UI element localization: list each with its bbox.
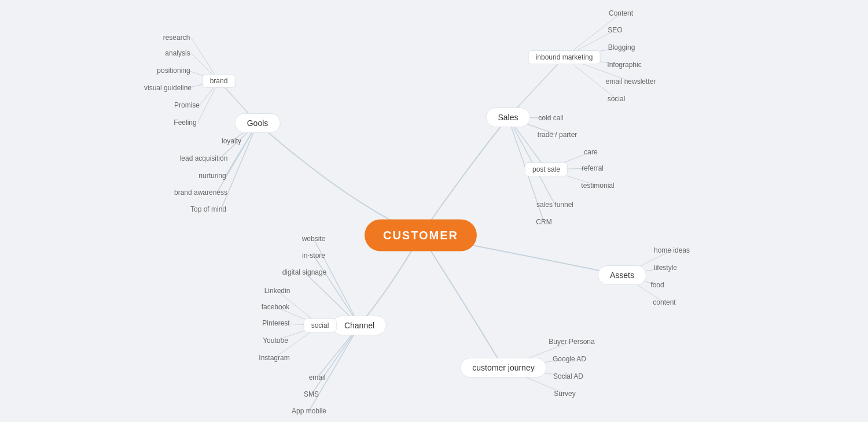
channel-label: Channel <box>344 321 374 330</box>
leaf-trade-parter: trade / parter <box>538 129 578 140</box>
assets-label: Assets <box>610 271 634 280</box>
leaf-brand-awareness: brand awareness <box>174 187 227 198</box>
leaf-post-sale: post sale <box>525 162 568 176</box>
svg-rect-0 <box>0 0 868 422</box>
leaf-email-newsletter: email newsletter <box>606 76 656 87</box>
leaf-infographic: Infographic <box>607 60 641 70</box>
leaf-content: Content <box>609 8 633 18</box>
leaf-sms: SMS <box>304 389 319 399</box>
leaf-testimonial: testimonial <box>581 180 614 191</box>
leaf-facebook: facebook <box>262 302 290 312</box>
leaf-inbound-marketing: inbound marketing <box>528 50 601 64</box>
leaf-brand: brand <box>203 74 236 88</box>
leaf-youtube: Youtube <box>263 335 288 346</box>
leaf-referral: referral <box>582 163 604 173</box>
leaf-lifestyle: lifestyle <box>654 262 677 273</box>
leaf-pinterest: Pinterest <box>262 318 289 328</box>
leaf-instagram: Instagram <box>259 353 289 363</box>
gools-label: Gools <box>247 119 269 128</box>
leaf-food: food <box>650 280 664 290</box>
leaf-analysis: analysis <box>165 48 190 58</box>
branch-customer-journey[interactable]: customer journey <box>460 358 546 377</box>
leaf-lead-acquisition: lead acquisition <box>180 153 228 164</box>
branch-gools[interactable]: Gools <box>235 113 281 133</box>
leaf-buyer-persona: Buyer Persona <box>549 336 594 347</box>
leaf-social-channel: social <box>304 319 337 332</box>
leaf-google-ad: Google AD <box>553 354 586 364</box>
leaf-research: research <box>163 32 190 43</box>
leaf-website: website <box>302 234 326 244</box>
customer-journey-label: customer journey <box>472 363 534 372</box>
leaf-sales-funnel: sales funnel <box>536 199 573 210</box>
leaf-loyalty: loyalty <box>222 136 241 146</box>
sales-label: Sales <box>498 113 518 122</box>
leaf-digital-signage: digital signage <box>282 267 327 277</box>
leaf-social-inbound: social <box>608 94 626 104</box>
leaf-blogging: Blogging <box>608 42 635 53</box>
leaf-home-ideas: home ideas <box>654 245 690 256</box>
center-label: CUSTOMER <box>383 229 458 242</box>
leaf-nurturing: nurturing <box>198 171 226 181</box>
leaf-app-mobile: App mobile <box>292 406 326 416</box>
leaf-in-store: in-store <box>302 250 325 261</box>
center-node[interactable]: CUSTOMER <box>365 220 477 251</box>
leaf-visual-guideline: visual guideline <box>144 83 192 93</box>
leaf-social-ad: Social AD <box>553 371 583 382</box>
leaf-crm: CRM <box>536 217 551 227</box>
leaf-positioning: positioning <box>157 65 190 76</box>
branch-sales[interactable]: Sales <box>486 108 530 127</box>
leaf-linkedin: Linkedin <box>264 286 290 296</box>
leaf-care: care <box>584 147 597 157</box>
leaf-promise: Promise <box>174 100 200 110</box>
leaf-cold-call: cold call <box>538 113 563 123</box>
leaf-top-of-mind: Top of mind <box>190 204 226 214</box>
branch-channel[interactable]: Channel <box>332 316 387 335</box>
leaf-seo: SEO <box>608 25 622 35</box>
leaf-email: email <box>309 372 326 383</box>
leaf-survey: Survey <box>554 388 575 399</box>
branch-assets[interactable]: Assets <box>598 265 646 285</box>
leaf-content-assets: content <box>653 297 675 308</box>
leaf-feeling: Feeling <box>174 117 196 128</box>
